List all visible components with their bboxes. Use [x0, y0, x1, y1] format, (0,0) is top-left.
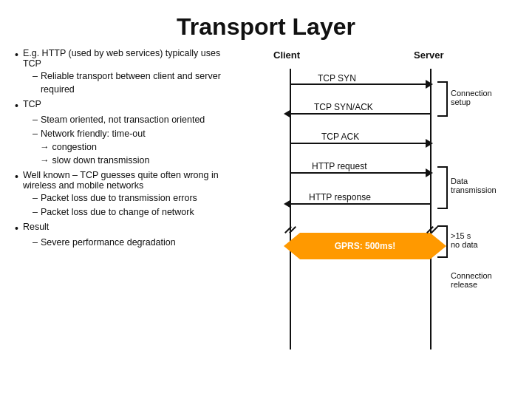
arrow-1-text: congestion	[52, 141, 97, 154]
data-transmission-label: Datatransmission	[451, 177, 497, 194]
sub-item-2: – Steam oriented, not transaction orient…	[33, 114, 236, 127]
arrow-item-1: → congestion	[33, 141, 236, 154]
sub-5-text: Packet loss due to transmission errors	[41, 192, 197, 205]
arrow-item-2: → slow down transmission	[33, 154, 236, 168]
sub-2-text: Steam oriented, not transaction oriented	[41, 114, 205, 127]
arrow-http-resp-head	[284, 200, 291, 208]
bullet-dot-1: •	[15, 48, 18, 61]
arrow-tcp-syn-head	[426, 80, 433, 89]
page-title: Transport Layer	[0, 0, 532, 48]
sub-3-text: Network friendly: time-out	[41, 128, 146, 141]
sub-item-7: – Severe performance degradation	[33, 236, 236, 250]
sub-item-1: – Reliable transport between client and …	[33, 70, 236, 96]
tcp-ack-label: TCP ACK	[321, 132, 359, 142]
bullet-3-text: Well known – TCP guesses quite often wro…	[23, 170, 236, 191]
bullet-dot-4: •	[15, 222, 18, 235]
server-vert-line	[430, 69, 432, 349]
sub-item-5: – Packet loss due to transmission errors	[33, 192, 236, 205]
arrow-2-text: slow down transmission	[52, 154, 150, 168]
gprs-body: GPRS: 500ms!	[300, 233, 430, 259]
gprs-arrowhead-left	[284, 233, 300, 259]
diagram: Client Server TCP SYN TCP SYN/ACK TCP AC…	[251, 48, 502, 358]
bullet-dot-2: •	[15, 99, 18, 112]
http-response-label: HTTP response	[309, 192, 371, 202]
arrow-synack-head	[284, 109, 291, 118]
diagram-panel: Client Server TCP SYN TCP SYN/ACK TCP AC…	[244, 48, 525, 358]
http-request-label: HTTP request	[312, 161, 366, 171]
arrow-tcp-syn-line	[291, 83, 430, 85]
bullet-2-text: TCP	[23, 99, 41, 109]
tcp-syn-label: TCP SYN	[318, 73, 356, 83]
sub-item-3: – Network friendly: time-out	[33, 128, 236, 141]
gprs-arrow: GPRS: 500ms!	[284, 233, 446, 259]
bullet-2: • TCP – Steam oriented, not transaction …	[15, 99, 236, 167]
gprs-label: GPRS: 500ms!	[335, 241, 396, 251]
bracket-no-data	[437, 225, 448, 258]
no-data-label: >15 sno data	[451, 231, 478, 249]
arrow-synack-line	[291, 113, 430, 115]
arrow-http-req-head	[426, 168, 433, 177]
arrow-http-resp-line	[291, 203, 430, 205]
client-label: Client	[273, 50, 300, 61]
sub-item-6: – Packet loss due to change of network	[33, 206, 236, 219]
connection-setup-label: Connectionsetup	[451, 89, 492, 106]
bullet-4: • Result – Severe performance degradatio…	[15, 222, 236, 250]
bullet-3: • Well known – TCP guesses quite often w…	[15, 170, 236, 219]
bracket-data-transmission	[437, 166, 448, 209]
tcp-synack-label: TCP SYN/ACK	[314, 102, 373, 112]
left-panel: • E.g. HTTP (used by web services) typic…	[7, 48, 244, 358]
sub-1-text: Reliable transport between client and se…	[41, 70, 236, 96]
arrow-ack-line	[291, 143, 430, 144]
connection-release-label: Connectionrelease	[451, 271, 492, 289]
sub-7-text: Severe performance degradation	[41, 236, 176, 250]
bullet-4-text: Result	[23, 222, 49, 232]
bullet-1-text: E.g. HTTP (used by web services) typical…	[23, 48, 236, 69]
server-label: Server	[414, 50, 443, 61]
sub-6-text: Packet loss due to change of network	[41, 206, 194, 219]
arrow-http-req-line	[291, 172, 430, 174]
arrow-ack-head	[426, 139, 433, 148]
bracket-connection-setup	[437, 81, 448, 117]
bullet-dot-3: •	[15, 170, 18, 183]
bullet-1: • E.g. HTTP (used by web services) typic…	[15, 48, 236, 96]
